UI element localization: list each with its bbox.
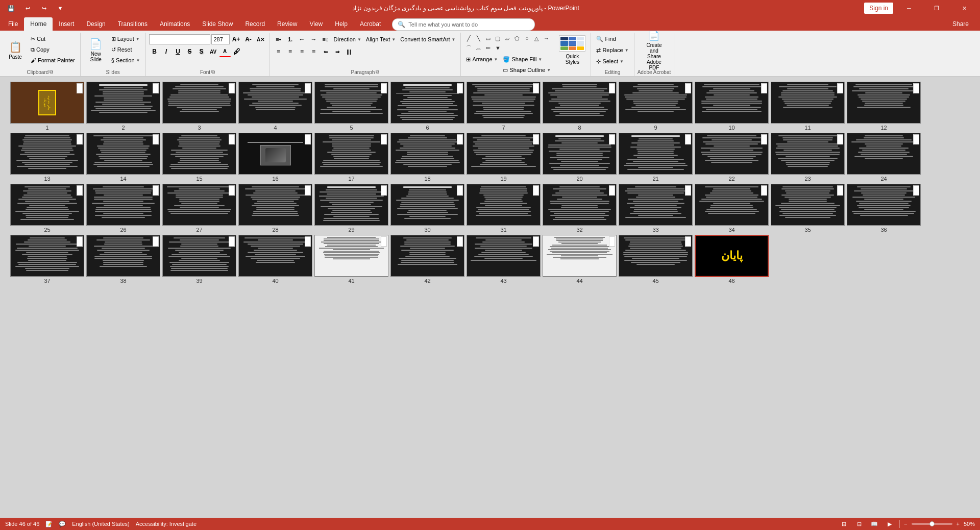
cut-button[interactable]: ✂ Cut (29, 34, 77, 44)
copy-button[interactable]: ⧉ Copy (29, 44, 77, 55)
shadow-button[interactable]: S (196, 46, 207, 57)
slide-thumbnail[interactable] (86, 133, 160, 175)
slide-thumbnail[interactable] (771, 133, 845, 175)
slide-item[interactable]: 5 (314, 82, 388, 131)
slide-item[interactable]: 39 (162, 235, 236, 284)
tab-animations[interactable]: Animations (154, 17, 196, 31)
slide-thumbnail[interactable] (162, 82, 236, 124)
slide-thumbnail[interactable] (162, 235, 236, 277)
zoom-plus-icon[interactable]: + (957, 521, 960, 527)
undo-btn[interactable]: ↩ (20, 1, 35, 15)
slide-thumbnail[interactable] (619, 133, 693, 175)
para-expand-icon[interactable]: ⧉ (376, 69, 379, 75)
shape-outline-button[interactable]: ▭ Shape Outline ▼ (501, 65, 554, 75)
decrease-indent-button[interactable]: ← (297, 34, 308, 45)
slide-item[interactable]: 20 (543, 133, 617, 182)
share-button[interactable]: Share (946, 17, 975, 31)
slide-item[interactable]: 37 (10, 235, 84, 284)
slide-thumbnail[interactable] (390, 235, 464, 277)
slide-item[interactable]: 12 (847, 82, 921, 131)
tab-view[interactable]: View (303, 17, 329, 31)
slide-thumbnail[interactable] (314, 235, 388, 277)
notes-icon[interactable]: 📝 (45, 521, 53, 527)
save-btn[interactable]: 💾 (4, 1, 18, 15)
slide-item[interactable]: 22 (695, 133, 769, 182)
slide-item[interactable]: 11 (771, 82, 845, 131)
slide-thumbnail[interactable] (162, 133, 236, 175)
slide-item[interactable]: 18 (390, 133, 464, 182)
tab-help[interactable]: Help (329, 17, 354, 31)
slide-thumbnail[interactable] (695, 82, 769, 124)
slide-item[interactable]: 35 (771, 184, 845, 233)
slide-item[interactable]: 42 (390, 235, 464, 284)
slide-sorter-button[interactable]: ⊟ (853, 518, 865, 529)
slide-thumbnail[interactable] (695, 184, 769, 226)
shape-rect[interactable]: ▭ (483, 34, 493, 43)
numbering-button[interactable]: 1. (285, 34, 296, 45)
slide-item[interactable]: 21 (619, 133, 693, 182)
slide-item[interactable]: 23 (771, 133, 845, 182)
slide-thumbnail[interactable] (467, 133, 541, 175)
slide-item[interactable]: 40 (238, 235, 312, 284)
slide-thumbnail[interactable] (238, 235, 312, 277)
new-slide-button[interactable]: 📄 NewSlide (84, 34, 108, 66)
slide-thumbnail[interactable] (10, 133, 84, 175)
slide-thumbnail[interactable] (467, 184, 541, 226)
slide-item[interactable]: 10 (695, 82, 769, 131)
slide-thumbnail[interactable] (847, 133, 921, 175)
slide-panel[interactable]: بنام خداوند مهربان1234567891011121314151… (0, 77, 980, 518)
close-button[interactable]: ✕ (952, 0, 976, 16)
slide-item[interactable]: پایان46 (695, 235, 769, 284)
clear-formatting-button[interactable]: A✕ (255, 34, 266, 45)
shape-more[interactable]: ▼ (493, 43, 502, 53)
normal-view-button[interactable]: ⊞ (838, 518, 849, 529)
slide-item[interactable]: 30 (390, 184, 464, 233)
slide-item[interactable]: 3 (162, 82, 236, 131)
decrease-font-button[interactable]: A- (243, 34, 254, 45)
columns-button[interactable]: ||| (344, 46, 355, 57)
shape-connector[interactable]: ⌓ (474, 43, 483, 53)
tab-review[interactable]: Review (271, 17, 303, 31)
slide-item[interactable]: 7 (467, 82, 541, 131)
shape-freeform[interactable]: ✏ (483, 43, 493, 53)
tab-home[interactable]: Home (24, 17, 53, 31)
reset-button[interactable]: ↺ Reset (109, 44, 142, 55)
slide-item[interactable]: 26 (86, 184, 160, 233)
slide-thumbnail[interactable] (695, 133, 769, 175)
tell-me-input[interactable]: 🔍 Tell me what you want to do (392, 18, 535, 31)
slide-thumbnail[interactable] (314, 184, 388, 226)
bullets-button[interactable]: ≡• (273, 34, 284, 45)
shape-fill-button[interactable]: 🪣 Shape Fill ▼ (501, 54, 554, 64)
slide-item[interactable]: 43 (467, 235, 541, 284)
select-button[interactable]: ⊹ Select ▼ (594, 56, 626, 66)
slide-thumbnail[interactable] (10, 235, 84, 277)
arrange-button[interactable]: ⊞ Arrange ▼ (464, 54, 500, 64)
tab-transitions[interactable]: Transitions (112, 17, 154, 31)
slide-item[interactable]: 6 (390, 82, 464, 131)
align-right-button[interactable]: ≡ (297, 46, 308, 57)
direction-button[interactable]: Direction ▼ (332, 34, 363, 44)
slide-item[interactable]: 32 (543, 184, 617, 233)
slide-thumbnail[interactable] (543, 184, 617, 226)
layout-button[interactable]: ⊞ Layout ▼ (109, 34, 142, 44)
strikethrough-button[interactable]: S (184, 46, 195, 57)
slide-item[interactable]: 45 (619, 235, 693, 284)
format-painter-button[interactable]: 🖌 Format Painter (29, 55, 77, 65)
slide-thumbnail[interactable] (771, 82, 845, 124)
slide-item[interactable]: 24 (847, 133, 921, 182)
underline-button[interactable]: U (173, 46, 184, 57)
slide-thumbnail[interactable] (390, 82, 464, 124)
shape-parallelogram[interactable]: ▱ (503, 34, 512, 43)
slide-item[interactable]: 31 (467, 184, 541, 233)
align-text-button[interactable]: Align Text ▼ (364, 34, 398, 44)
reading-view-button[interactable]: 📖 (869, 518, 880, 529)
paste-button[interactable]: 📋 Paste (3, 34, 28, 66)
justify-button[interactable]: ≡ (308, 46, 320, 57)
comments-icon[interactable]: 💬 (59, 521, 66, 527)
language-label[interactable]: English (United States) (72, 521, 130, 527)
tab-record[interactable]: Record (239, 17, 271, 31)
create-pdf-button[interactable]: 📄 Create and ShareAdobe PDF (642, 34, 666, 66)
shape-arrow[interactable]: → (542, 34, 551, 43)
redo-btn[interactable]: ↪ (37, 1, 51, 15)
slide-thumbnail[interactable] (86, 184, 160, 226)
